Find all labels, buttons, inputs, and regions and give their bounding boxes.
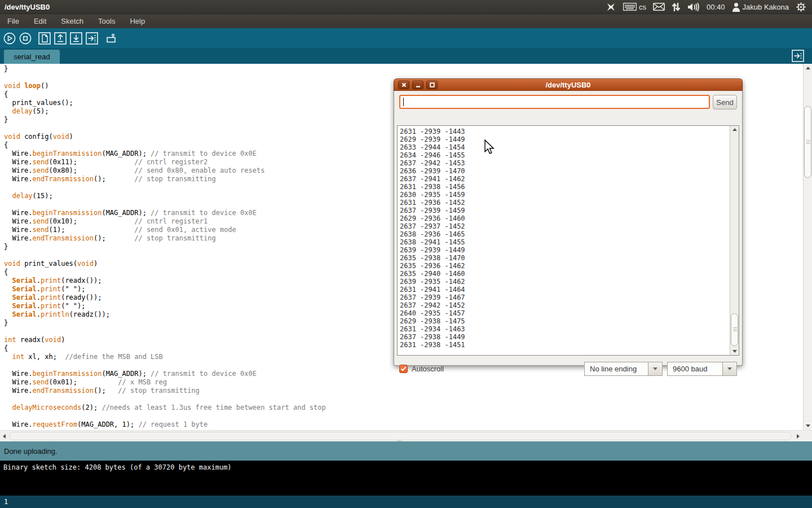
code-line: Wire.beginTransmission(MAG_ADDR); // tra… — [4, 150, 326, 158]
line-ending-dropdown[interactable]: No line ending — [584, 362, 663, 376]
code-line: Wire.send(1); // send 0x01, active mode — [4, 226, 326, 234]
code-line: Wire.beginTransmission(MAG_ADDR); // tra… — [4, 209, 326, 217]
editor-horizontal-scrollbar[interactable] — [0, 430, 812, 441]
code-line: Wire.endTransmission(); // stop transmit… — [4, 234, 326, 243]
serial-monitor-title: /dev/ttyUSB0 — [394, 81, 742, 89]
serial-data-row: 2631 -2938 -1456 — [400, 183, 739, 191]
verify-button[interactable] — [3, 32, 16, 45]
serial-data-row: 2629 -2938 -1475 — [400, 317, 739, 325]
system-tray: cs 00:40 Jakub Kakona — [606, 2, 812, 12]
serial-data-row: 2629 -2939 -1449 — [400, 135, 739, 143]
checkmark-icon — [400, 366, 407, 371]
code-line — [4, 251, 326, 260]
code-line: delay(15); — [4, 192, 326, 200]
tab-label: serial_read — [14, 52, 50, 61]
scroll-right-arrow[interactable] — [797, 434, 800, 439]
menu-file[interactable]: File — [0, 14, 27, 28]
window-minimize-button[interactable] — [412, 81, 423, 89]
serial-data-row: 2637 -2939 -1459 — [400, 207, 739, 214]
serial-data-row: 2635 -2936 -1462 — [400, 262, 739, 270]
arduino-ide-screen: /dev/ttyUSB0 cs 00:40 Jaku — [0, 0, 812, 508]
scroll-left-arrow[interactable] — [3, 434, 6, 439]
serial-data-row: 2633 -2944 -1454 — [400, 143, 739, 151]
save-sketch-icon — [70, 32, 82, 45]
upload-button[interactable] — [86, 32, 98, 45]
window-maximize-button[interactable] — [426, 81, 438, 89]
serial-data-row: 2637 -2941 -1462 — [400, 175, 739, 183]
window-close-icon — [401, 82, 407, 87]
mail-icon[interactable] — [653, 3, 665, 11]
open-sketch-icon — [54, 32, 67, 45]
status-message: Done uploading. — [4, 447, 58, 456]
code-text[interactable]: }void loop(){ print_values(); delay(5);}… — [4, 65, 326, 429]
line-ending-arrow-button[interactable] — [648, 362, 663, 376]
code-line: Serial.print(" "); — [4, 302, 326, 310]
code-line — [4, 412, 326, 421]
stop-icon — [19, 32, 32, 45]
clock-indicator[interactable]: 00:40 — [707, 3, 725, 11]
code-line: Serial.println(readz()); — [4, 310, 326, 319]
serial-output-list[interactable]: 2631 -2939 -14432629 -2939 -14492633 -29… — [397, 125, 739, 356]
code-line: Wire.beginTransmission(MAG_ADDR); // tra… — [4, 370, 326, 378]
serial-scrollbar[interactable] — [730, 126, 739, 355]
serial-data-row: 2631 -2936 -1452 — [400, 199, 739, 207]
session-gear-icon[interactable] — [796, 2, 806, 12]
serial-scroll-down-arrow[interactable] — [732, 350, 737, 353]
baud-rate-arrow-button[interactable] — [722, 362, 737, 376]
save-sketch-button[interactable] — [70, 32, 82, 45]
code-line — [4, 327, 326, 336]
serial-send-input[interactable] — [399, 95, 710, 109]
autoscroll-checkbox[interactable] — [399, 365, 408, 373]
network-arrows-icon[interactable] — [672, 2, 681, 12]
window-title: /dev/ttyUSB0 — [5, 3, 50, 11]
scroll-up-arrow[interactable] — [806, 67, 810, 69]
code-line: print_values(); — [4, 99, 326, 107]
serial-monitor-window: /dev/ttyUSB0 Send 2631 -2939 -14432629 -… — [394, 78, 743, 366]
serial-monitor-controls: Autoscroll No line ending 9600 baud — [394, 359, 742, 378]
new-sketch-button[interactable] — [38, 32, 51, 45]
window-close-button[interactable] — [398, 81, 409, 89]
editor-vertical-scrollbar[interactable] — [803, 64, 812, 430]
serial-data-row: 2637 -2939 -1467 — [400, 294, 739, 301]
code-line: { — [4, 141, 326, 150]
menu-edit[interactable]: Edit — [27, 14, 54, 28]
code-line: Serial.print(readx()); — [4, 277, 326, 285]
pinwheel-indicator-icon[interactable] — [606, 2, 616, 12]
menu-sketch[interactable]: Sketch — [54, 14, 91, 28]
serial-monitor-button[interactable] — [105, 32, 117, 45]
mouse-cursor — [484, 139, 495, 157]
code-line: Wire.endTransmission(); // stop transmit… — [4, 175, 326, 183]
editor-scroll-thumb[interactable] — [804, 106, 811, 178]
horizontal-scroll-thumb[interactable] — [9, 432, 792, 440]
volume-icon[interactable] — [687, 2, 700, 12]
code-line: void config(void) — [4, 133, 326, 141]
menubar: File Edit Sketch Tools Help — [0, 14, 812, 28]
tab-serial-read[interactable]: serial_read — [4, 50, 60, 64]
code-line: { — [4, 268, 326, 277]
line-ending-value: No line ending — [584, 362, 648, 376]
baud-rate-dropdown[interactable]: 9600 baud — [667, 362, 737, 376]
scroll-down-arrow[interactable] — [806, 424, 810, 427]
serial-scroll-thumb[interactable] — [731, 313, 738, 346]
serial-monitor-titlebar[interactable]: /dev/ttyUSB0 — [394, 78, 743, 91]
menu-tools[interactable]: Tools — [91, 14, 122, 28]
code-line — [4, 124, 326, 133]
code-line: { — [4, 344, 326, 353]
serial-data-row: 2637 -2937 -1452 — [400, 222, 739, 230]
text-caret — [403, 98, 404, 106]
open-sketch-button[interactable] — [54, 32, 67, 45]
menu-help[interactable]: Help — [122, 14, 152, 28]
stop-button[interactable] — [19, 32, 32, 45]
send-button[interactable]: Send — [713, 95, 737, 110]
window-maximize-icon — [430, 82, 435, 87]
code-line: Wire.endTransmission(); // stop transmit… — [4, 387, 326, 395]
new-tab-button[interactable] — [792, 50, 804, 62]
keyboard-layout-indicator[interactable]: cs — [623, 3, 646, 11]
serial-data-row: 2631 -2939 -1443 — [400, 128, 739, 135]
top-panel: /dev/ttyUSB0 cs 00:40 Jaku — [0, 0, 812, 14]
line-indicator-bar: 1 — [0, 496, 812, 508]
session-menu[interactable]: Jakub Kakona — [732, 2, 789, 12]
code-line — [4, 73, 326, 82]
keyboard-icon — [623, 3, 637, 11]
serial-scroll-up-arrow[interactable] — [732, 128, 737, 131]
